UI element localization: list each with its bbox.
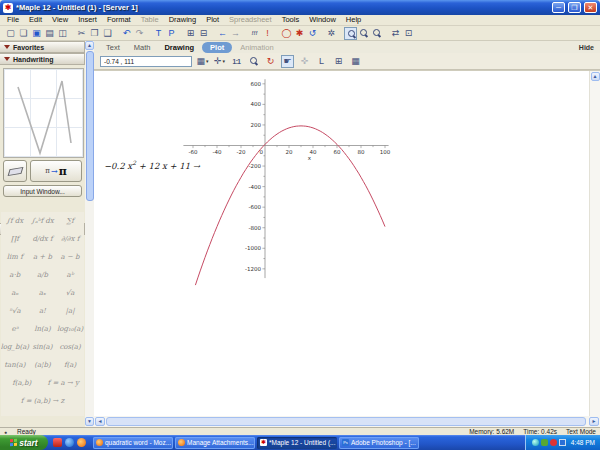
start-button[interactable]: start: [0, 435, 48, 450]
expression-item[interactable]: ∏f: [1, 230, 29, 248]
horizontal-scrollbar[interactable]: ◄ ►: [94, 416, 600, 427]
expression-item[interactable]: f(a,b): [1, 374, 43, 392]
scale-zoom-icon[interactable]: [247, 55, 260, 68]
insert-prompt-icon[interactable]: P: [165, 27, 178, 40]
open-folder-icon[interactable]: ❏: [17, 27, 30, 40]
expression-item[interactable]: tan(a): [1, 356, 29, 374]
menu-view[interactable]: View: [47, 15, 73, 25]
insert-text-icon[interactable]: T: [152, 27, 165, 40]
debug-icon[interactable]: ✱: [293, 27, 306, 40]
recognize-button[interactable]: π → π: [30, 160, 82, 182]
cut-icon[interactable]: ✂: [75, 27, 88, 40]
expression-item[interactable]: eᵃ: [1, 320, 29, 338]
execute-icon[interactable]: !: [261, 27, 274, 40]
zoom-out-icon[interactable]: [357, 27, 370, 40]
expression-item[interactable]: a/b: [29, 266, 57, 284]
tab-drawing[interactable]: Drawing: [158, 43, 200, 52]
menu-file[interactable]: File: [2, 15, 24, 25]
redo-icon[interactable]: ↷: [133, 27, 146, 40]
messenger-icon[interactable]: [65, 438, 74, 447]
expression-item[interactable]: aᵇ: [56, 266, 84, 284]
new-document-icon[interactable]: ▢: [4, 27, 17, 40]
plot-style-icon[interactable]: ▦▾: [196, 55, 209, 68]
worksheet-document[interactable]: −0.2 x2 + 12 x + 11 → -60-40-20204060801…: [94, 70, 600, 417]
taskbar-task[interactable]: PsAdobe Photoshop - [...: [339, 437, 419, 449]
copy-icon[interactable]: ❐: [88, 27, 101, 40]
expression-item[interactable]: ∑f: [56, 212, 84, 230]
restart-icon[interactable]: ↺: [306, 27, 319, 40]
firefox-icon[interactable]: [77, 438, 86, 447]
taskbar-task[interactable]: Manage Attachments...: [175, 437, 255, 449]
display-icon[interactable]: [559, 439, 566, 446]
restore-button[interactable]: ❐: [568, 2, 581, 13]
expression-item[interactable]: a − b: [56, 248, 84, 266]
winamp-icon[interactable]: [53, 438, 62, 447]
scroll-left-icon[interactable]: ◄: [95, 417, 105, 426]
interrupt-icon[interactable]: ◯: [280, 27, 293, 40]
print-icon[interactable]: ▤: [43, 27, 56, 40]
expression-item[interactable]: ln(a): [29, 320, 57, 338]
menu-window[interactable]: Window: [304, 15, 341, 25]
plot-region[interactable]: -60-40-20204060801000-1200-1000-800-600-…: [164, 77, 396, 291]
network-icon[interactable]: [532, 439, 539, 446]
menu-help[interactable]: Help: [341, 15, 366, 25]
expression-item[interactable]: aₙ: [1, 284, 29, 302]
save-icon[interactable]: ▣: [30, 27, 43, 40]
expression-item[interactable]: ⁿ√a: [1, 302, 29, 320]
expression-item[interactable]: aₓ: [29, 284, 57, 302]
tab-text[interactable]: Text: [100, 43, 126, 52]
tab-toggle-icon[interactable]: ⇄: [389, 27, 402, 40]
outdent-section-icon[interactable]: ⊟: [197, 27, 210, 40]
expression-item[interactable]: sin(a): [29, 338, 57, 356]
favorites-palette-header[interactable]: Favorites: [0, 41, 85, 53]
execute-all-icon[interactable]: !!!: [248, 27, 261, 40]
handwriting-palette-header[interactable]: Handwriting: [0, 53, 85, 65]
menu-drawing[interactable]: Drawing: [164, 15, 202, 25]
scrollbar-thumb[interactable]: [86, 51, 94, 201]
expression-item[interactable]: a + b: [29, 248, 57, 266]
expression-item[interactable]: cos(a): [56, 338, 84, 356]
expression-item[interactable]: f = (a,b) → z: [1, 392, 84, 410]
expression-item[interactable]: ∂/∂x f: [56, 230, 84, 248]
handwriting-canvas[interactable]: [3, 68, 84, 158]
expression-item[interactable]: (a¦b): [29, 356, 57, 374]
taskbar-task[interactable]: quadratic word - Moz...: [93, 437, 173, 449]
expression-item[interactable]: log_b(a): [1, 338, 29, 356]
pan-icon[interactable]: ☛: [281, 55, 294, 68]
menu-tools[interactable]: Tools: [277, 15, 305, 25]
eraser-button[interactable]: [3, 160, 27, 182]
expression-item[interactable]: d/dx f: [29, 230, 57, 248]
expression-item[interactable]: f = a → y: [43, 374, 85, 392]
close-button[interactable]: ✕: [584, 2, 597, 13]
back-icon[interactable]: ←: [216, 27, 229, 40]
indent-section-icon[interactable]: ⊞: [184, 27, 197, 40]
zoom-in-icon[interactable]: [370, 27, 383, 40]
coordinate-readout[interactable]: -0.74 , 111: [100, 56, 192, 67]
scroll-right-icon[interactable]: ►: [589, 417, 599, 426]
menu-format[interactable]: Format: [102, 15, 136, 25]
expression-item[interactable]: ∫ₐᵇf dx: [29, 212, 57, 230]
forward-icon[interactable]: →: [229, 27, 242, 40]
antivirus-icon[interactable]: [541, 439, 548, 446]
menu-plot[interactable]: Plot: [201, 15, 224, 25]
taskbar-task[interactable]: ✱*Maple 12 - Untitled (...: [257, 437, 337, 449]
document-scrollbar[interactable]: ▲: [589, 71, 600, 417]
menu-insert[interactable]: Insert: [73, 15, 102, 25]
one-to-one-icon[interactable]: 1:1: [230, 55, 243, 68]
expression-item[interactable]: √a: [56, 284, 84, 302]
minimize-button[interactable]: ─: [552, 2, 565, 13]
menu-edit[interactable]: Edit: [24, 15, 47, 25]
clock[interactable]: 4:48 PM: [571, 439, 595, 446]
cursor-mode-icon[interactable]: ✛▾: [213, 55, 226, 68]
expression-item[interactable]: log₁₀(a): [56, 320, 84, 338]
grid-icon[interactable]: ⊞: [332, 55, 345, 68]
undo-icon[interactable]: ↶: [120, 27, 133, 40]
axes-style-icon[interactable]: L: [315, 55, 328, 68]
title-bar[interactable]: ✱ *Maple 12 - Untitled (1) - [Server 1] …: [0, 0, 600, 15]
tab-plot[interactable]: Plot: [202, 42, 232, 53]
expression-item[interactable]: |a|: [56, 302, 84, 320]
scroll-up-icon[interactable]: ▲: [591, 72, 600, 81]
rotate-icon[interactable]: ↻: [264, 55, 277, 68]
expression-item[interactable]: f(a): [56, 356, 84, 374]
options-gear-icon[interactable]: ✲: [325, 27, 338, 40]
